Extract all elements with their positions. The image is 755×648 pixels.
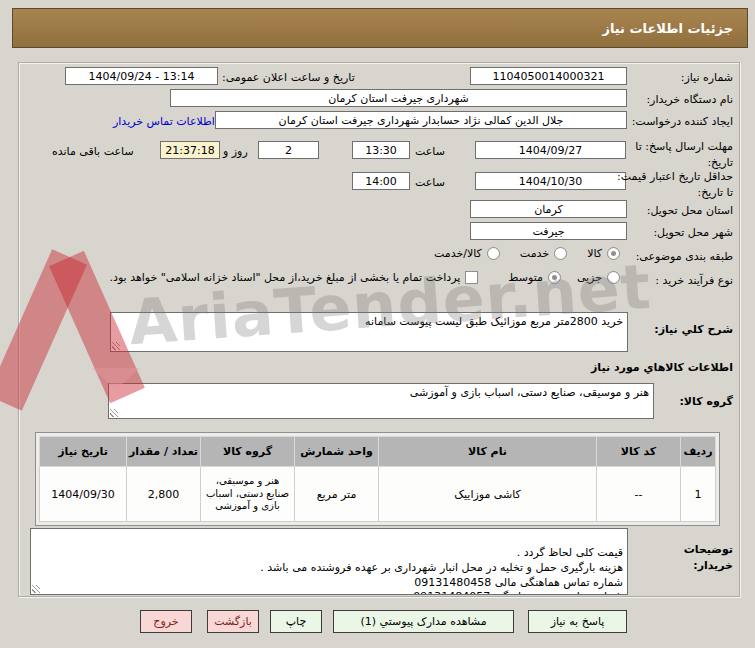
- need-description-label: شرح كلي نياز:: [654, 322, 733, 338]
- radio-partial-icon[interactable]: [607, 271, 620, 284]
- treasury-checkbox[interactable]: [465, 271, 478, 284]
- remaining-suffix: ساعت باقی مانده: [52, 144, 134, 160]
- radio-medium-label: متوسط: [508, 271, 543, 284]
- respond-to-need-button[interactable]: پاسخ به نیاز: [528, 610, 627, 633]
- request-creator-field[interactable]: [215, 111, 627, 129]
- price-validity-label: حداقل تاریخ اعتبار قیمت: تا تاریخ:: [615, 169, 733, 201]
- goods-group-textarea[interactable]: هنر و موسیقی، صنایع دستی، اسباب بازی و آ…: [108, 383, 654, 419]
- response-deadline-time-field[interactable]: [352, 141, 410, 159]
- radio-service-label: خدمت: [520, 247, 549, 260]
- resize-grip-icon[interactable]: [110, 409, 118, 417]
- back-button[interactable]: بازگشت: [207, 610, 259, 633]
- radio-goods-icon[interactable]: [607, 247, 620, 260]
- price-validity-date-field[interactable]: [475, 172, 626, 190]
- goods-table-header-row: ردیف کد کالا نام کالا واحد شمارش گروه کا…: [40, 437, 716, 467]
- col-need-date: تاریخ نیاز: [40, 437, 127, 467]
- col-goods-group: گروه کالا: [201, 437, 295, 467]
- col-goods-name: نام کالا: [379, 437, 597, 467]
- delivery-city-field[interactable]: [470, 222, 627, 240]
- response-deadline-date-field[interactable]: [475, 141, 626, 159]
- view-attachments-button[interactable]: مشاهده مدارک پیوستي (1): [333, 610, 514, 633]
- page-title: جزئیات اطلاعات نیاز: [12, 8, 748, 48]
- radio-partial[interactable]: جزیی: [577, 271, 620, 284]
- col-row-number: ردیف: [681, 437, 716, 467]
- remaining-days-field[interactable]: [258, 141, 319, 159]
- remaining-days-word: روز و: [223, 144, 248, 160]
- treasury-checkbox-option[interactable]: پرداخت تمام یا بخشی از مبلغ خرید،از محل …: [110, 271, 479, 284]
- col-quantity: تعداد / مقدار: [127, 437, 201, 467]
- buyer-org-label: نام دستگاه خریدار:: [646, 92, 733, 108]
- exit-button[interactable]: خروج: [140, 610, 192, 633]
- col-goods-code: کد کالا: [597, 437, 681, 467]
- buyer-notes-label: توضیحات خریدار:: [663, 542, 733, 574]
- cell-unit: متر مربع: [295, 467, 379, 522]
- request-creator-label: ایجاد کننده درخواست:: [632, 114, 733, 130]
- radio-partial-label: جزیی: [577, 271, 602, 284]
- cell-quantity: 2,800: [127, 467, 201, 522]
- process-type-label: نوع فرآیند خرید :: [655, 273, 733, 289]
- goods-group-label: گروه کالا:: [679, 394, 733, 410]
- radio-medium[interactable]: متوسط: [508, 271, 561, 284]
- radio-goods-label: کالا: [587, 247, 602, 260]
- radio-goods[interactable]: کالا: [587, 247, 620, 260]
- classification-options: کالا خدمت کالا/خدمت: [434, 247, 620, 260]
- cell-row-number: 1: [681, 467, 716, 522]
- table-row[interactable]: 1 -- کاشی موزاییک متر مربع هنر و موسیقی،…: [40, 467, 716, 522]
- process-type-options: جزیی متوسط پرداخت تمام یا بخشی از مبلغ خ…: [55, 271, 620, 284]
- resize-grip-icon[interactable]: [112, 342, 120, 350]
- buyer-notes-textarea[interactable]: قیمت کلی لحاظ گردد . هزینه بارگیری حمل و…: [30, 528, 628, 595]
- cell-goods-name: کاشی موزاییک: [379, 467, 597, 522]
- response-deadline-hour-label: ساعت: [415, 144, 445, 160]
- need-number-field[interactable]: [470, 67, 627, 85]
- delivery-city-label: شهر محل تحویل:: [653, 225, 733, 241]
- radio-service[interactable]: خدمت: [520, 247, 567, 260]
- radio-service-icon[interactable]: [554, 247, 567, 260]
- delivery-province-label: استان محل تحویل:: [647, 203, 733, 219]
- need-description-textarea[interactable]: خرید 2800متر مربع موزائیک طبق لیست پیوست…: [110, 312, 628, 352]
- response-deadline-label: مهلت ارسال پاسخ: تا تاریخ:: [623, 139, 733, 171]
- buyer-org-field[interactable]: [170, 89, 627, 107]
- resize-grip-icon[interactable]: [32, 585, 40, 593]
- goods-section-title: اطلاعات كالاهاي مورد نياز: [591, 360, 733, 376]
- radio-goods-service-label: کالا/خدمت: [434, 247, 482, 260]
- radio-medium-icon[interactable]: [548, 271, 561, 284]
- radio-goods-service[interactable]: کالا/خدمت: [434, 247, 500, 260]
- announce-datetime-field[interactable]: [65, 67, 218, 85]
- radio-goods-service-icon[interactable]: [487, 247, 500, 260]
- buyer-contact-link[interactable]: اطلاعات تماس خریدار: [113, 114, 215, 130]
- goods-group-text: هنر و موسیقی، صنایع دستی، اسباب بازی و آ…: [410, 386, 649, 399]
- buyer-notes-text: قیمت کلی لحاظ گردد . هزینه بارگیری حمل و…: [260, 546, 623, 595]
- goods-table: ردیف کد کالا نام کالا واحد شمارش گروه کا…: [35, 432, 720, 526]
- col-unit: واحد شمارش: [295, 437, 379, 467]
- need-details-window: جزئیات اطلاعات نیاز شماره نیاز: تاریخ و …: [0, 0, 755, 648]
- announce-datetime-label: تاریخ و ساعت اعلان عمومی:: [222, 70, 355, 86]
- cell-goods-code: --: [597, 467, 681, 522]
- delivery-province-field[interactable]: [470, 200, 627, 218]
- need-description-text: خرید 2800متر مربع موزائیک طبق لیست پیوست…: [365, 315, 623, 328]
- need-number-label: شماره نیاز:: [681, 70, 733, 86]
- price-validity-time-field[interactable]: [352, 172, 410, 190]
- cell-need-date: 1404/09/30: [40, 467, 127, 522]
- cell-goods-group: هنر و موسیقی، صنایع دستی، اسباب بازی و آ…: [201, 467, 295, 522]
- classification-label: طبقه بندی موضوعی:: [636, 249, 733, 265]
- treasury-checkbox-label: پرداخت تمام یا بخشی از مبلغ خرید،از محل …: [110, 271, 461, 284]
- print-button[interactable]: چاپ: [270, 610, 322, 633]
- remaining-time-field[interactable]: [160, 141, 220, 159]
- price-validity-hour-label: ساعت: [415, 175, 445, 191]
